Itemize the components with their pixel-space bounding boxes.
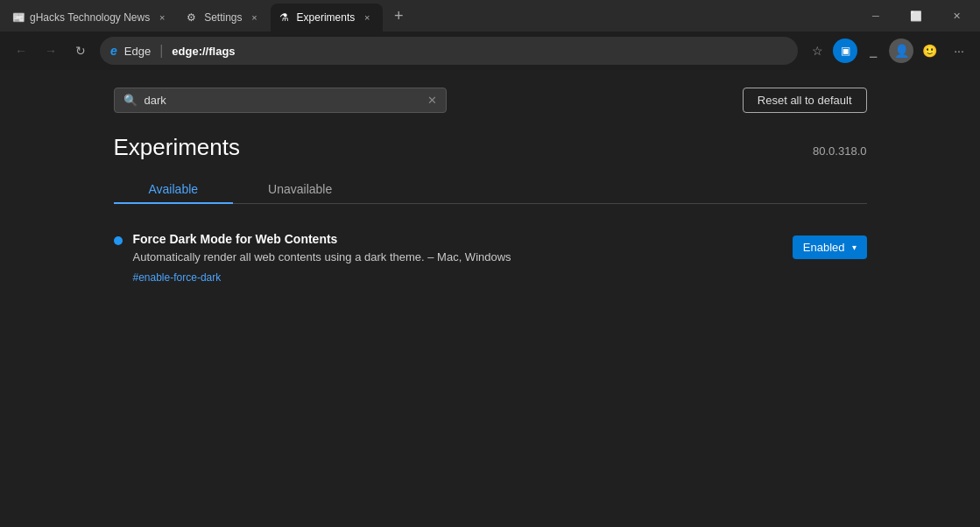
search-input[interactable]: dark — [145, 94, 420, 107]
emoji-icon: 🙂 — [922, 44, 937, 58]
page-content: 🔍 dark ✕ Reset all to default Experiment… — [0, 70, 980, 527]
tabs-row: Available Unavailable — [114, 175, 867, 204]
version-number: 80.0.318.0 — [813, 144, 866, 158]
tab-ghacks-icon: 📰 — [12, 11, 25, 24]
tab-experiments-title: Experiments — [297, 11, 356, 24]
flag-status-label: Enabled — [803, 241, 845, 254]
address-bar[interactable]: e Edge | edge://flags — [100, 37, 798, 65]
page-title: Experiments — [114, 134, 241, 161]
close-button[interactable]: ✕ — [936, 2, 976, 30]
emoji-button[interactable]: 🙂 — [915, 37, 943, 65]
menu-button[interactable]: ··· — [945, 37, 973, 65]
page-inner: 🔍 dark ✕ Reset all to default Experiment… — [96, 70, 885, 313]
restore-button[interactable]: ⬜ — [896, 2, 936, 30]
tab-experiments[interactable]: ⚗ Experiments × — [271, 4, 384, 32]
profile-icon: 👤 — [894, 44, 909, 58]
address-url: edge://flags — [172, 45, 235, 58]
search-clear-button[interactable]: ✕ — [427, 94, 437, 107]
tab-settings[interactable]: ⚙ Settings × — [178, 4, 270, 32]
favorites-button[interactable]: ☆ — [803, 37, 831, 65]
forward-icon: → — [45, 44, 57, 58]
collections-icon: ▣ — [841, 45, 850, 57]
search-row: 🔍 dark ✕ Reset all to default — [114, 88, 867, 113]
tab-ghacks[interactable]: 📰 gHacks Technology News × — [4, 4, 178, 32]
flag-content: Force Dark Mode for Web Contents Automat… — [133, 232, 782, 285]
tab-settings-icon: ⚙ — [187, 11, 199, 24]
back-button[interactable]: ← — [7, 37, 35, 65]
ellipsis-icon: ··· — [954, 44, 964, 58]
tab-ghacks-close[interactable]: × — [155, 11, 169, 25]
browser-name-label: Edge — [124, 45, 151, 58]
split-view-button[interactable]: ⎯ — [859, 37, 887, 65]
experiments-header: Experiments 80.0.318.0 — [114, 134, 867, 161]
refresh-icon: ↻ — [75, 44, 86, 58]
flag-anchor-link[interactable]: #enable-force-dark — [133, 271, 222, 284]
address-separator: | — [159, 43, 163, 59]
reset-all-button[interactable]: Reset all to default — [743, 88, 867, 113]
split-view-icon: ⎯ — [870, 44, 877, 58]
nav-right-controls: ☆ ▣ ⎯ 👤 🙂 ··· — [803, 37, 973, 65]
tab-unavailable[interactable]: Unavailable — [233, 175, 367, 203]
search-box[interactable]: 🔍 dark ✕ — [114, 88, 447, 113]
new-tab-button[interactable]: + — [386, 4, 411, 28]
flag-enabled-dropdown[interactable]: Enabled ▾ — [793, 235, 867, 259]
navbar: ← → ↻ e Edge | edge://flags ☆ ▣ ⎯ 👤 🙂 ··… — [0, 32, 980, 70]
dropdown-arrow-icon: ▾ — [852, 242, 857, 252]
flag-dropdown-container: Enabled ▾ — [793, 235, 867, 259]
minimize-button[interactable]: ─ — [856, 2, 896, 30]
tab-settings-close[interactable]: × — [248, 11, 262, 25]
forward-button[interactable]: → — [37, 37, 65, 65]
tab-available[interactable]: Available — [114, 175, 234, 203]
back-icon: ← — [15, 44, 27, 58]
tab-experiments-icon: ⚗ — [279, 11, 292, 24]
tab-experiments-close[interactable]: × — [360, 11, 374, 25]
refresh-button[interactable]: ↻ — [67, 37, 95, 65]
titlebar: 📰 gHacks Technology News × ⚙ Settings × … — [0, 0, 980, 32]
tab-settings-title: Settings — [204, 11, 242, 24]
flag-item: Force Dark Mode for Web Contents Automat… — [114, 221, 867, 295]
flag-status-dot — [114, 236, 123, 245]
favorites-icon: ☆ — [812, 44, 823, 58]
search-icon: 🔍 — [123, 94, 137, 107]
window-controls: ─ ⬜ ✕ — [856, 2, 976, 30]
tab-ghacks-title: gHacks Technology News — [30, 11, 150, 24]
edge-browser-icon: e — [110, 44, 117, 58]
profile-button[interactable]: 👤 — [889, 39, 913, 63]
collections-button[interactable]: ▣ — [833, 39, 857, 63]
flag-description: Automatically render all web contents us… — [133, 249, 782, 265]
flag-title: Force Dark Mode for Web Contents — [133, 232, 782, 246]
